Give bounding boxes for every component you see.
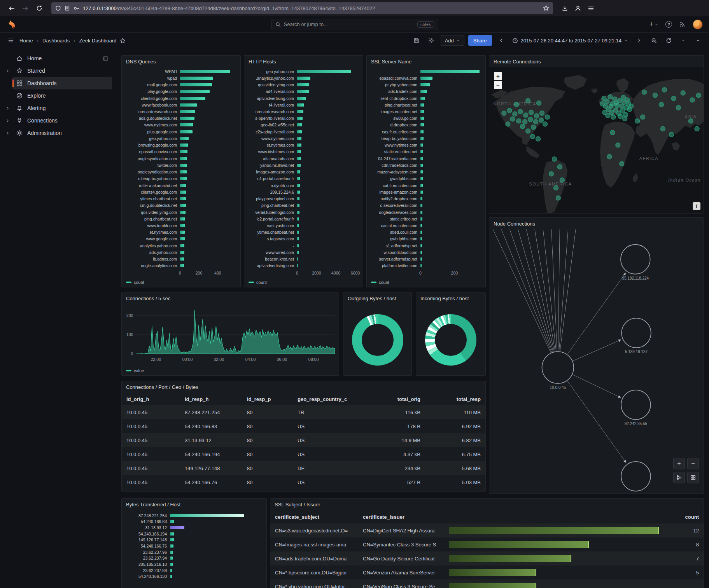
chevron-right-icon[interactable] [5,119,10,123]
hbar-track [170,531,262,537]
menu-icon[interactable] [588,5,594,12]
time-shift-back-button[interactable] [496,35,507,46]
sidebar-item-body[interactable]: Starred [12,65,112,77]
dashboard-settings-button[interactable] [426,35,437,46]
hbar-category-label: www.irishtimes.com [247,149,297,154]
panel-title[interactable]: Incoming Bytes / host [416,292,485,304]
save-dashboard-button[interactable] [411,35,422,46]
url-text: 127.0.0.1:3000/d/a345c401-504a-47e8-8bbe… [83,5,539,11]
chevron-right-icon[interactable] [5,131,10,135]
back-button[interactable] [5,3,17,14]
sidebar-item-body[interactable]: Administration [12,127,112,139]
sidebar-item-body[interactable]: Home [12,52,112,65]
search-input[interactable]: Search or jump to... ctrl+k [271,19,438,30]
svg-text:95.182.118.224: 95.182.118.224 [622,276,649,280]
panel-title[interactable]: SSL Subject / Issuer [270,499,704,510]
panel-title[interactable]: Outgoing Bytes / host [343,292,411,304]
url-bar[interactable]: 127.0.0.1:3000/d/a345c401-504a-47e8-8bbe… [51,2,553,14]
refresh-button[interactable] [663,35,674,46]
sidebar-item-body[interactable]: Dashboards [12,77,112,89]
refresh-interval-button[interactable] [678,35,689,46]
dock-menu-icon[interactable] [103,56,109,61]
panel-bytes-transferred: Bytes Transferred / Host 87.248.221.2545… [121,498,267,588]
avatar[interactable] [693,19,703,30]
add-button[interactable]: Add [441,35,464,46]
sidebar-item-starred[interactable]: Starred [2,65,112,77]
node-graph[interactable]: 10.0.0.4595.182.118.2245.139.19.13792.24… [489,229,704,494]
sidebar-item-body[interactable]: Alerting [12,102,112,114]
mega-menu-button[interactable] [5,35,16,46]
column-header[interactable]: total_resp [425,396,485,402]
breadcrumb-home[interactable]: Home [19,38,33,44]
legend-swatch [371,282,376,283]
map-zoom-out-button[interactable]: − [494,81,502,89]
panel-title[interactable]: Connections / Port / Geo / Bytes [122,381,485,393]
zoom-out-time-button[interactable] [648,35,659,46]
panel-title[interactable]: Node Connections [489,218,704,229]
hbar-row: sw88.go.com [370,115,481,122]
grafana-logo-icon[interactable] [6,19,16,30]
sidebar-item-alerting[interactable]: Alerting [2,102,112,114]
sidebar-item-administration[interactable]: Administration [2,127,112,139]
key-icon[interactable] [74,5,79,11]
help-button[interactable]: ? [665,21,672,28]
node-layout-button[interactable] [673,472,685,483]
legend-item[interactable]: count [249,280,267,285]
panel-title[interactable]: Bytes Transferred / Host [122,499,266,510]
favorite-star-icon[interactable] [120,38,126,44]
sidebar-item-body[interactable]: Explore [12,89,112,102]
map-zoom-in-button[interactable]: + [494,72,502,80]
account-icon[interactable] [574,5,581,12]
panel-title[interactable]: SSL Server Name [367,56,485,67]
column-header[interactable]: id_resp_h [180,396,242,402]
hbar-category-label: cat.fr.eu.criteo.com [370,183,420,188]
save-library-icon[interactable] [562,5,568,12]
panel-title[interactable]: HTTP Hosts [244,56,363,67]
floppy-save-icon [413,37,420,44]
sidebar-item-home[interactable]: Home [2,52,112,65]
column-header[interactable]: geo_resp_country_c [293,396,367,402]
column-header[interactable]: total_orig [367,396,425,402]
share-button[interactable]: Share [468,35,492,46]
panel-title[interactable]: Remote Connections [489,56,704,67]
bytes-transferred-chart: 87.248.221.25454.240.166.8331.13.93.1254… [122,510,266,588]
map-info-button[interactable]: i [693,202,700,210]
hbar-row: orecardresearch.com [125,108,236,115]
column-header[interactable]: certificate_issuer [358,514,445,520]
column-header[interactable]: id_orig_h [122,396,180,402]
sidebar-item-body[interactable]: Connections [12,114,112,127]
time-range-picker[interactable]: 2015-07-26 20:44:47 to 2015-07-27 09:21:… [511,38,630,44]
sidebar-item-explore[interactable]: Explore [2,89,112,102]
time-shift-forward-button[interactable] [634,35,644,46]
node-grid-view-button[interactable] [687,472,699,483]
reader-page-icon[interactable] [65,5,70,11]
legend-item[interactable]: value [126,368,144,373]
table-row: CN=*.bpsecure.com,OU=BigpoiCN=Verizon Ak… [270,565,704,579]
collapse-toolbar-button[interactable] [693,35,704,46]
bookmark-star-icon[interactable] [543,5,549,11]
breadcrumb-dashboards[interactable]: Dashboards [42,38,70,44]
shield-icon[interactable] [55,5,61,11]
reload-button[interactable] [33,3,45,14]
sidebar-item-connections[interactable]: Connections [2,114,112,127]
hbar-track [297,189,358,195]
column-header[interactable]: count [669,514,704,520]
table-cell: 6.82 MB [425,438,485,443]
node-zoom-out-button[interactable]: − [687,458,699,469]
column-header[interactable]: certificate_subject [270,514,358,520]
world-map[interactable]: NORTH AMERICASOUTH AMERICAAFRICAASIAIndi… [489,67,704,213]
panel-title[interactable]: DNS Queries [122,56,240,67]
hbar-bar [420,70,480,73]
new-button[interactable]: + [649,20,658,28]
legend-item[interactable]: count [371,280,389,285]
chevron-right-icon[interactable] [5,69,10,73]
column-header[interactable]: id_resp_p [242,396,293,402]
panel-title[interactable]: Connections / 5 sec [122,292,339,304]
sidebar-item-dashboards[interactable]: Dashboards [2,77,112,89]
news-rss-icon[interactable] [679,21,686,28]
node-zoom-in-button[interactable]: + [673,458,685,469]
chevron-right-icon[interactable] [5,106,10,110]
hbar-row: c-secure.liverail.com [370,202,481,209]
forward-button[interactable] [19,3,31,14]
legend-item[interactable]: count [126,280,144,285]
